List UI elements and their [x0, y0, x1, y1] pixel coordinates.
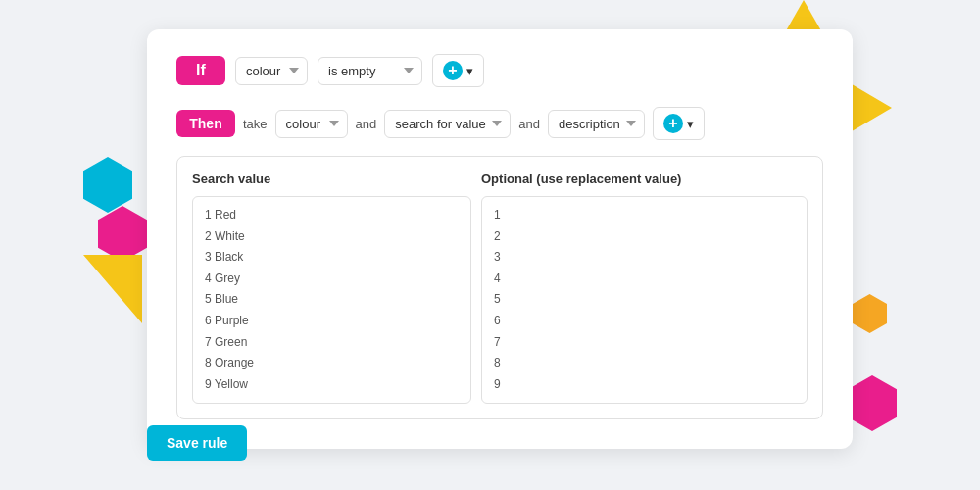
then-row: Then take colour size weight and search …	[176, 107, 823, 140]
if-row: If colour size weight is empty is not em…	[176, 54, 823, 87]
search-value-item: 3 Black	[205, 247, 459, 269]
search-value-item: 5 Blue	[205, 289, 459, 311]
and-2-text: and	[518, 117, 540, 131]
if-add-chevron: ▾	[466, 64, 473, 78]
if-plus-circle-icon: +	[443, 61, 463, 80]
replacement-value-item: 3	[494, 247, 795, 269]
if-field-select[interactable]: colour size weight	[235, 57, 308, 85]
take-text: take	[243, 117, 268, 131]
lookup-headers: Search value Optional (use replacement v…	[192, 172, 808, 186]
then-label: Then	[176, 110, 235, 137]
replacement-value-item: 6	[494, 311, 795, 332]
lookup-area: Search value Optional (use replacement v…	[176, 156, 823, 419]
search-value-item: 8 Orange	[205, 353, 459, 374]
deco-gold-right	[853, 294, 887, 333]
lookup-replacement-values: 123456789	[481, 196, 808, 404]
deco-yellow-left	[83, 255, 142, 323]
replacement-value-item: 2	[494, 226, 795, 248]
replacement-value-item: 4	[494, 269, 795, 290]
main-card: If colour size weight is empty is not em…	[147, 29, 853, 449]
search-value-item: 9 Yellow	[205, 374, 459, 396]
if-label: If	[176, 56, 225, 85]
if-condition-select[interactable]: is empty is not empty equals not equals	[318, 57, 422, 85]
search-value-item: 2 White	[205, 226, 459, 248]
replacement-value-item: 5	[494, 289, 795, 311]
deco-pink-left	[98, 206, 147, 262]
replacement-value-item: 1	[494, 205, 795, 226]
then-add-chevron: ▾	[687, 117, 694, 131]
deco-blue-left	[83, 157, 132, 213]
lookup-header-search: Search value	[192, 172, 481, 186]
save-rule-button[interactable]: Save rule	[147, 425, 247, 461]
lookup-search-values: 1 Red2 White3 Black4 Grey5 Blue6 Purple7…	[192, 196, 471, 404]
search-value-item: 7 Green	[205, 332, 459, 354]
then-target-select[interactable]: description colour size	[548, 110, 645, 138]
deco-pink-right	[848, 375, 897, 431]
then-add-button[interactable]: + ▾	[653, 107, 705, 140]
search-value-item: 6 Purple	[205, 311, 459, 332]
then-action-select[interactable]: search for value replace value lookup	[384, 110, 511, 138]
replacement-value-item: 7	[494, 332, 795, 354]
search-value-item: 1 Red	[205, 205, 459, 226]
then-field-select[interactable]: colour size weight	[275, 110, 348, 138]
lookup-columns: 1 Red2 White3 Black4 Grey5 Blue6 Purple7…	[192, 196, 808, 404]
lookup-header-optional: Optional (use replacement value)	[481, 172, 808, 186]
and-1-text: and	[356, 117, 377, 131]
replacement-value-item: 8	[494, 353, 795, 374]
replacement-value-item: 9	[494, 374, 795, 396]
search-value-item: 4 Grey	[205, 269, 459, 290]
then-plus-circle-icon: +	[663, 114, 683, 133]
if-add-button[interactable]: + ▾	[432, 54, 484, 87]
